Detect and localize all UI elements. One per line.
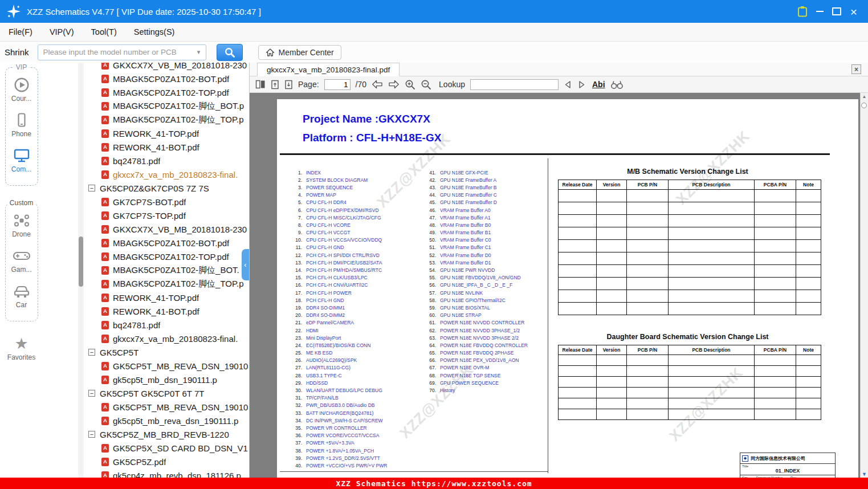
tree-file-item[interactable]: AGK5CP5T_MB_REVA_DSN_19010 — [85, 400, 249, 414]
tree-item-label: bq24781.pdf — [113, 320, 160, 330]
license-clipboard-icon[interactable] — [794, 3, 811, 20]
tree-file-item[interactable]: Abq24781.pdf — [85, 318, 249, 332]
menu-vip[interactable]: VIP(V) — [41, 27, 83, 36]
index-entry: 15.PCH CFL-H CLK/USB3/LPC — [288, 274, 387, 282]
tree-file-item[interactable]: AGKXCX7X_VB_MB_20181018-230 — [85, 222, 249, 236]
tree-file-item[interactable]: Agk5cp4z_mb_revb_dsn_181126.p — [85, 468, 249, 478]
minimize-button[interactable] — [811, 3, 828, 20]
tree-file-item[interactable]: AREWORK_41-BOT.pdf — [85, 140, 249, 154]
scroll-up-icon[interactable]: ▲ — [861, 94, 868, 99]
index-entry: 68.POWER N18E TGP SENSE — [422, 372, 528, 379]
zoom-out-icon[interactable] — [421, 79, 431, 90]
zoom-in-icon[interactable] — [405, 79, 415, 90]
sidebar-item-computer[interactable]: Com... — [6, 148, 38, 173]
menu-file[interactable]: File(F) — [0, 27, 41, 36]
table-row — [559, 190, 821, 202]
pdf-file-icon: A — [101, 225, 109, 234]
tree-file-item[interactable]: AGK7CP7S-TOP.pdf — [85, 209, 249, 222]
sidebar-item-phone[interactable]: Phone — [6, 112, 38, 138]
sidebar-item-label: Drone — [12, 230, 31, 238]
pdf-scrollbar-thumb[interactable] — [861, 103, 867, 108]
tree-item-label: MBAGK5CP0ZA1T02-脚位_TOP.p — [113, 115, 244, 125]
document-tab[interactable]: gkxcx7x_va_mb_20180823-final.pdf — [257, 63, 400, 76]
tree-file-item[interactable]: AMBAGK5CP0ZA1T02-TOP.pdf — [85, 85, 249, 99]
prev-result-icon[interactable] — [564, 80, 572, 89]
index-entry: 12.PCH CFL-H SPI/DDI CTRL/RSVD — [288, 251, 387, 259]
table-row — [559, 215, 821, 227]
tree-file-item[interactable]: Agkxcx7x_va_mb_20180823-final. — [85, 168, 249, 181]
tree-scrollbar[interactable] — [78, 63, 84, 478]
tree-file-item[interactable]: AMBAGK5CP0ZA1T02-BOT.pdf — [85, 236, 249, 250]
table-row — [559, 202, 821, 215]
tree-file-item[interactable]: AREWORK_41-BOT.pdf — [85, 304, 249, 318]
menu-settings[interactable]: Settings(S) — [125, 27, 184, 36]
tree-file-item[interactable]: Abq24781.pdf — [85, 154, 249, 168]
next-result-icon[interactable] — [577, 80, 586, 89]
page-number-input[interactable] — [324, 79, 351, 90]
shrink-button[interactable]: Shrink — [5, 47, 29, 57]
collapse-icon[interactable]: − — [88, 349, 95, 356]
close-button[interactable]: × — [845, 3, 862, 20]
sidebar-item-drone[interactable]: Drone — [6, 213, 38, 238]
chevron-down-icon[interactable]: ▾ — [192, 48, 206, 56]
tree-file-item[interactable]: AMBAGK5CP0ZA1T02-脚位_TOP.p — [85, 277, 249, 291]
pdf-file-icon: A — [101, 252, 109, 261]
prev-page-icon[interactable] — [372, 80, 383, 89]
tree-file-item[interactable]: AGK5CP5T_MB_REVA_DSN_19010 — [85, 359, 249, 373]
text-select-tool[interactable]: Abi — [592, 80, 605, 89]
tree-folder-item[interactable]: −GK5CP0Z&GK7CP0S 7Z 7S — [85, 181, 249, 195]
star-icon: ★ — [14, 336, 28, 352]
tree-file-item[interactable]: AGK7CP7S-BOT.pdf — [85, 195, 249, 209]
pdf-scrollbar[interactable]: ▲ ▼ — [860, 93, 868, 478]
member-center-button[interactable]: Member Center — [258, 45, 341, 60]
menu-tool[interactable]: Tool(T) — [83, 27, 125, 36]
tree-folder-item[interactable]: −GK5CP5Z_MB_BRD_REVB-1220 — [85, 427, 249, 441]
tree-file-item[interactable]: AMBAGK5CP0ZA1T02-脚位_BOT. — [85, 263, 249, 277]
collapse-icon[interactable]: − — [88, 390, 95, 397]
index-entry: 54.GPU N18E PWR NVVDD — [422, 266, 528, 274]
sidebar-item-car[interactable]: Car — [6, 283, 38, 309]
tree-file-item[interactable]: AGK5CP5X_SD CARD BD_DSN_V1 — [85, 441, 249, 455]
pdf-file-icon: A — [101, 280, 109, 288]
single-page-view-icon[interactable] — [271, 80, 279, 89]
sidebar-item-course[interactable]: Cour... — [6, 77, 38, 103]
binoculars-search-icon[interactable] — [610, 80, 624, 89]
tree-folder-item[interactable]: −GK5CP5T GK5CP0T 6T 7T — [85, 386, 249, 400]
tree-file-item[interactable]: AMBAGK5CP0ZA1T02-BOT.pdf — [85, 72, 249, 85]
tree-file-item[interactable]: AMBAGK5CP0ZA1T02-脚位_TOP.p — [85, 113, 249, 127]
tree-item-label: bq24781.pdf — [113, 156, 160, 166]
lookup-input[interactable] — [470, 79, 559, 90]
index-entry: 64.POWER N18E FBVDDQ CONTROLLER — [422, 341, 528, 349]
index-entry: 52.VRAM Frame Buffer D0 — [422, 251, 528, 259]
sheet-title: 01_INDEX — [740, 468, 835, 475]
maximize-button[interactable] — [828, 3, 845, 20]
tree-item-label: MBAGK5CP0ZA1T02-TOP.pdf — [113, 252, 229, 262]
collapse-icon[interactable]: − — [88, 431, 95, 438]
tree-file-item[interactable]: AREWORK_41-TOP.pdf — [85, 291, 249, 304]
collapse-panel-handle[interactable]: ‹ — [242, 249, 249, 280]
member-center-label: Member Center — [279, 48, 334, 57]
tree-folder-item[interactable]: −GK5CP5T — [85, 345, 249, 359]
tree-file-item[interactable]: AREWORK_41-TOP.pdf — [85, 127, 249, 140]
tree-file-item[interactable]: Agkxcx7x_va_mb_20180823-final. — [85, 332, 249, 345]
tree-file-item[interactable]: AGKXCX7X_VB_MB_20181018-230 — [85, 63, 249, 72]
sidebar-item-game[interactable]: Gam... — [6, 248, 38, 274]
tree-scrollbar-thumb[interactable] — [79, 237, 83, 287]
search-button[interactable] — [217, 44, 243, 61]
facing-pages-icon[interactable] — [255, 80, 266, 89]
search-input[interactable] — [38, 48, 192, 56]
model-search-combo[interactable]: ▾ — [38, 44, 206, 60]
close-document-icon[interactable]: × — [851, 64, 861, 74]
tree-file-item[interactable]: AGK5CP5Z.pdf — [85, 455, 249, 468]
tree-file-item[interactable]: Agk5cp5t_mb_dsn_190111.p — [85, 373, 249, 386]
tree-item-label: GK5CP5T_MB_REVA_DSN_19010 — [113, 361, 248, 371]
sidebar-item-favorites[interactable]: ★ Favorites — [0, 336, 43, 361]
collapse-icon[interactable]: − — [88, 185, 95, 191]
tree-file-item[interactable]: Agk5cp5t_mb_reva_dsn_190111.p — [85, 414, 249, 427]
pdf-file-icon: A — [101, 321, 109, 329]
tree-file-item[interactable]: AMBAGK5CP0ZA1T02-TOP.pdf — [85, 250, 249, 263]
scroll-down-icon[interactable]: ▼ — [861, 471, 868, 477]
tree-file-item[interactable]: AMBAGK5CP0ZA1T02-脚位_BOT.p — [85, 99, 249, 113]
continuous-view-icon[interactable] — [284, 80, 293, 89]
next-page-icon[interactable] — [388, 80, 400, 89]
